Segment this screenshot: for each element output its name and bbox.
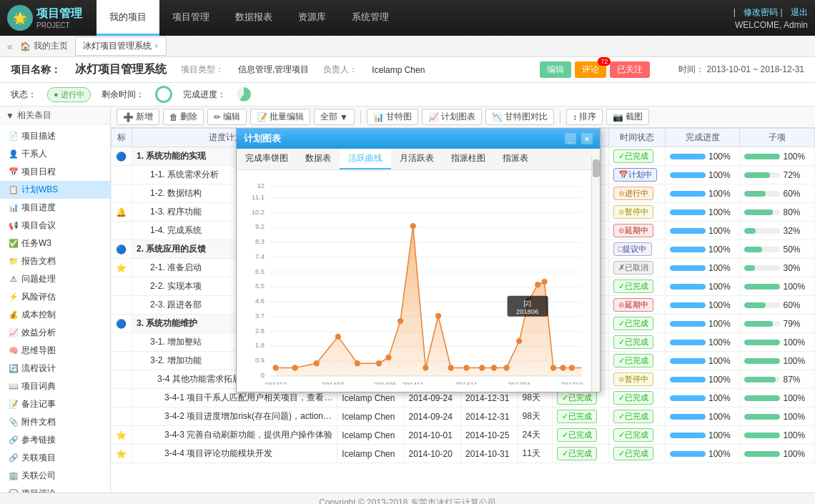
schedule-icon: 📅 [9, 167, 19, 177]
sidebar-item-task[interactable]: ✅任务W3 [0, 234, 110, 252]
chart-modal: 计划图表 _ × 完成率饼图 数据表 活跃曲线 月活跃表 指派柱图 指派表 [236, 128, 601, 392]
project-name: 冰灯项目管理系统 [75, 62, 167, 77]
stakeholder-icon: 👤 [9, 149, 19, 159]
sidebar-item-stakeholder[interactable]: 👤干系人 [0, 145, 110, 163]
tab-monthly[interactable]: 月活跃表 [391, 149, 443, 169]
sidebar-item-mindmap[interactable]: 🧠思维导图 [0, 342, 110, 360]
tab-assign-table[interactable]: 指派表 [494, 149, 537, 169]
tab-data[interactable]: 数据表 [297, 149, 340, 169]
tab-pie[interactable]: 完成率饼图 [237, 149, 297, 169]
edit-button[interactable]: 编辑 [540, 61, 571, 78]
project-owner: Icelamp Chen [372, 65, 425, 75]
edit-icon: ✏ [214, 112, 221, 122]
toolbar-edit-button[interactable]: ✏ 编辑 [207, 109, 247, 125]
nav-project-mgmt[interactable]: 项目管理 [159, 0, 222, 36]
nav-system[interactable]: 系统管理 [339, 0, 402, 36]
modal-titlebar: 计划图表 _ × [237, 129, 600, 149]
sidebar-item-related-proj[interactable]: 🔗关联项目 [0, 449, 110, 467]
chart-dot [535, 282, 540, 287]
svg-text:12: 12 [257, 182, 265, 189]
sidebar-item-comments[interactable]: 💬项目评论 [0, 485, 110, 493]
chart-dot [272, 365, 278, 370]
chart-dot [423, 365, 428, 370]
delete-button[interactable]: 🗑 删除 [163, 109, 204, 125]
sidebar-item-wbs[interactable]: 📋计划WBS [0, 181, 110, 199]
sidebar-item-progress[interactable]: 📊项目进度 [0, 199, 110, 217]
sort-button[interactable]: ↕ 排序 [566, 109, 603, 125]
new-button[interactable]: ➕ 新增 [117, 109, 159, 125]
time-value: 2013-10-01 ~ 2018-12-31 [707, 64, 804, 74]
project-owner-label: 负责人： [323, 64, 357, 76]
breadcrumb-home[interactable]: 🏠 我的主页 [20, 40, 68, 52]
screenshot-button[interactable]: 📷 截图 [606, 109, 649, 125]
plan-chart-button[interactable]: 📈 计划图表 [422, 109, 482, 125]
dropdown-icon: ▼ [340, 112, 348, 122]
main-nav: 我的项目 项目管理 数据报表 资源库 系统管理 [97, 0, 402, 36]
sidebar-item-docs[interactable]: 📁报告文档 [0, 252, 110, 270]
chart-dot [385, 355, 391, 360]
comment-button[interactable]: 评论 72 [575, 61, 606, 78]
sidebar-item-dict[interactable]: 📖项目词典 [0, 377, 110, 395]
chart-dot [335, 334, 341, 340]
chart-dot [410, 223, 416, 229]
chart-dot [314, 360, 320, 366]
sidebar-item-related-company[interactable]: 🏢关联公司 [0, 467, 110, 485]
task-icon: ✅ [9, 239, 19, 249]
toolbar-sep2 [560, 111, 560, 124]
nav-data-report[interactable]: 数据报表 [222, 0, 285, 36]
camera-icon: 📷 [613, 112, 623, 122]
related-company-icon: 🏢 [9, 471, 19, 481]
sidebar-item-cost[interactable]: 💰成本控制 [0, 306, 110, 324]
logo-text: 项目管理 PROJECT [36, 6, 82, 29]
nav-my-project[interactable]: 我的项目 [97, 0, 159, 36]
remain-label: 剩余时间： [102, 89, 144, 101]
project-info-bar: 项目名称： 冰灯项目管理系统 项目类型： 信息管理,管理项目 负责人： Icel… [0, 57, 815, 83]
follow-button[interactable]: 已关注 [610, 61, 650, 78]
logout-link[interactable]: 退出 [791, 7, 808, 17]
modal-close-btn[interactable]: × [581, 133, 593, 144]
sidebar-item-workflow[interactable]: 🔄流程设计 [0, 360, 110, 377]
attachments-icon: 📎 [9, 417, 19, 428]
chart-dot [503, 365, 509, 370]
tab-active-curve[interactable]: 活跃曲线 [340, 149, 391, 169]
batch-edit-button[interactable]: 📝 批量编辑 [250, 109, 310, 125]
sidebar-item-risk[interactable]: ⚡风险评估 [0, 288, 110, 306]
svg-text:2.8: 2.8 [255, 327, 265, 335]
sidebar-item-description[interactable]: 📄项目描述 [0, 127, 110, 145]
sidebar-item-issues[interactable]: ⚠问题处理 [0, 270, 110, 288]
all-button[interactable]: 全部 ▼ [314, 109, 355, 125]
svg-text:201403: 201403 [322, 381, 344, 385]
risk-icon: ⚡ [9, 292, 19, 302]
gantt-compare-button[interactable]: 📉 甘特图对比 [485, 109, 554, 125]
gantt-button[interactable]: 📊 甘特图 [367, 109, 418, 125]
sidebar-item-benefit[interactable]: 📈效益分析 [0, 324, 110, 342]
sidebar-item-attachments[interactable]: 📎附件文档 [0, 413, 110, 431]
svg-text:201611: 201611 [455, 381, 478, 385]
modal-scrollbar[interactable] [591, 156, 600, 392]
breadcrumb-current-tab[interactable]: 冰灯项目管理系统 × [75, 36, 167, 56]
modal-minimize-btn[interactable]: _ [565, 133, 576, 144]
sidebar-item-links[interactable]: 🔗参考链接 [0, 431, 110, 449]
sidebar-item-notes[interactable]: 📝备注记事 [0, 395, 110, 413]
tab-close-btn[interactable]: × [154, 42, 159, 50]
content-panel: ➕ 新增 🗑 删除 ✏ 编辑 📝 批量编辑 全部 ▼ 📊 甘特图 [111, 107, 815, 493]
tab-assign-bar[interactable]: 指派柱图 [443, 149, 494, 169]
chart-tooltip-line1: [2] [523, 300, 530, 307]
sidebar: ▼ 相关条目 📄项目描述 👤干系人 📅项目日程 📋计划WBS 📊项目进度 📢项目… [0, 107, 111, 493]
nav-resource[interactable]: 资源库 [285, 0, 339, 36]
change-password-link[interactable]: 修改密码 [744, 7, 778, 17]
chart-dot [516, 338, 522, 344]
toolbar: ➕ 新增 🗑 删除 ✏ 编辑 📝 批量编辑 全部 ▼ 📊 甘特图 [111, 107, 815, 128]
wbs-icon: 📋 [9, 185, 19, 195]
chart-dot [479, 365, 485, 370]
project-type: 信息管理,管理项目 [238, 64, 309, 76]
svg-text:9.2: 9.2 [255, 223, 265, 230]
notes-icon: 📝 [9, 400, 19, 410]
sidebar-item-meeting[interactable]: 📢项目会议 [0, 217, 110, 234]
sidebar-item-schedule[interactable]: 📅项目日程 [0, 163, 110, 181]
nav-collapse-btn[interactable]: « [7, 41, 13, 52]
logo-icon: 🌟 [7, 5, 33, 31]
svg-text:201406: 201406 [374, 381, 396, 385]
sidebar-items: 📄项目描述 👤干系人 📅项目日程 📋计划WBS 📊项目进度 📢项目会议 ✅任务W… [0, 125, 110, 493]
benefit-icon: 📈 [9, 328, 19, 338]
